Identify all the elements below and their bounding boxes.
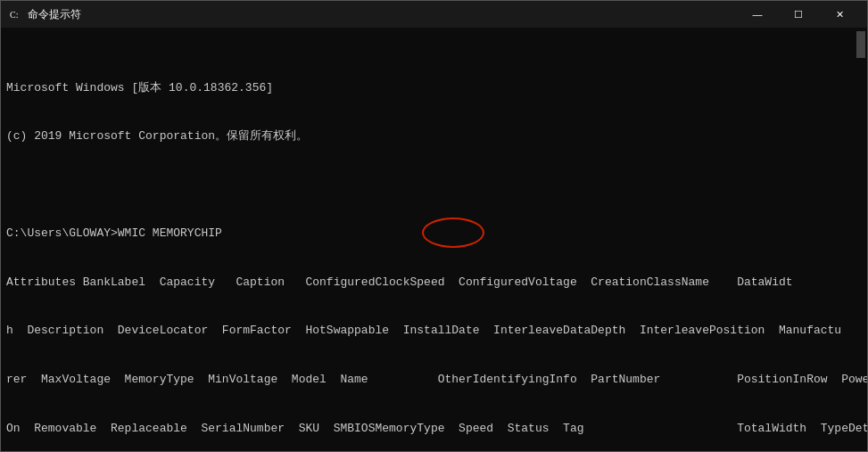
terminal-line-7: rer MaxVoltage MemoryType MinVoltage Mod… <box>6 372 862 388</box>
terminal-output[interactable]: Microsoft Windows [版本 10.0.18362.356] (c… <box>1 28 867 451</box>
minimize-button[interactable]: — <box>737 1 778 28</box>
terminal-line-8: On Removable Replaceable SerialNumber SK… <box>6 421 862 437</box>
close-button[interactable]: ✕ <box>819 1 860 28</box>
cmd-icon: C: <box>8 7 22 21</box>
terminal-line-1: Microsoft Windows [版本 10.0.18362.356] <box>6 80 862 96</box>
restore-button[interactable]: ☐ <box>778 1 819 28</box>
terminal-line-2: (c) 2019 Microsoft Corporation。保留所有权利。 <box>6 128 862 144</box>
cmd-window: C: 命令提示符 — ☐ ✕ Microsoft Windows [版本 10.… <box>0 0 868 452</box>
terminal-line-3 <box>6 177 862 193</box>
terminal-line-4: C:\Users\GLOWAY>WMIC MEMORYCHIP <box>6 226 862 242</box>
title-bar-buttons: — ☐ ✕ <box>737 1 860 28</box>
title-bar-left: C: 命令提示符 <box>8 7 81 22</box>
terminal-line-5: Attributes BankLabel Capacity Caption Co… <box>6 275 862 291</box>
svg-text:C:: C: <box>10 10 18 20</box>
scrollbar[interactable] <box>856 31 865 58</box>
window-title: 命令提示符 <box>28 7 81 22</box>
title-bar: C: 命令提示符 — ☐ ✕ <box>1 1 867 28</box>
terminal-line-6: h Description DeviceLocator FormFactor H… <box>6 323 862 339</box>
